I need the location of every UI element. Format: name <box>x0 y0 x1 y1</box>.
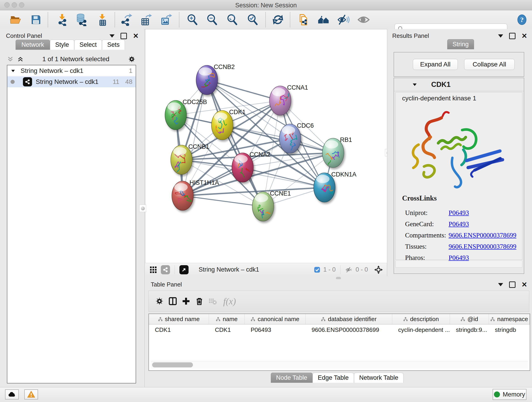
tab-node-table[interactable]: Node Table <box>271 373 312 383</box>
column-header[interactable]: database identifier <box>306 314 392 324</box>
column-header[interactable]: namespace <box>489 314 530 324</box>
table-cell[interactable]: stringdb:9... <box>450 326 489 333</box>
zoom-selected-icon <box>247 13 259 26</box>
table-cell[interactable]: cyclin-dependent ... <box>392 326 450 333</box>
cloud-status-button[interactable] <box>5 389 19 400</box>
tab-network[interactable]: Network <box>16 40 50 50</box>
export-image-button[interactable] <box>159 13 172 26</box>
left-splitter-handle[interactable] <box>139 205 146 212</box>
export-network-button[interactable] <box>120 13 133 26</box>
column-header[interactable]: @id <box>450 314 489 324</box>
panel-close-icon[interactable]: ✕ <box>521 33 527 38</box>
table-cell[interactable]: P06493 <box>245 326 306 333</box>
node-label: CCNB2 <box>214 64 235 70</box>
memory-button[interactable]: Memory <box>493 389 526 400</box>
panel-close-icon[interactable]: ✕ <box>521 282 527 287</box>
hide-selected-button[interactable] <box>337 13 350 26</box>
table-row[interactable]: CDK1CDK1P064939606.ENSP00000378699cyclin… <box>149 325 530 335</box>
save-session-button[interactable] <box>30 13 42 26</box>
zoom-fit-content-button[interactable] <box>226 13 239 26</box>
show-columns-button[interactable] <box>166 293 179 309</box>
collapse-all-button[interactable]: Collapse All <box>464 59 515 70</box>
expand-all-icon[interactable] <box>17 56 24 63</box>
zoom-selected-button[interactable] <box>246 13 259 26</box>
houses-button[interactable] <box>317 13 330 26</box>
expand-collapse-box: Expand All Collapse All <box>394 52 524 77</box>
tab-style[interactable]: Style <box>50 40 74 50</box>
table-cell[interactable]: stringdb <box>489 326 530 333</box>
documents-network-icon <box>297 13 309 26</box>
refresh-button[interactable] <box>272 13 284 26</box>
results-panel-tabs: String <box>447 39 474 49</box>
crosslink-tissues[interactable]: 9606.ENSP00000378699 <box>449 243 516 250</box>
results-panel-controls: ✕ <box>498 33 527 39</box>
column-header[interactable]: name <box>209 314 245 324</box>
table-horizontal-scrollbar[interactable] <box>151 361 528 369</box>
zoom-out-button[interactable] <box>206 13 219 26</box>
export-table-button[interactable] <box>139 13 152 26</box>
help-icon: ? <box>516 14 528 26</box>
crosslink-genecard[interactable]: P06493 <box>449 220 469 228</box>
collection-count: 1 <box>129 67 133 75</box>
crosslink-uniprot[interactable]: P06493 <box>449 209 469 216</box>
warnings-button[interactable] <box>24 389 38 400</box>
crosslink-label: GeneCard: <box>405 220 448 228</box>
crosslink-pharos[interactable]: P06493 <box>449 254 469 261</box>
tab-string[interactable]: String <box>447 39 474 49</box>
zoom-in-icon <box>186 13 199 26</box>
network-collection-row[interactable]: String Network – cdk1 1 <box>7 65 136 76</box>
navigate-crosshair-icon[interactable] <box>374 265 383 274</box>
tab-sets[interactable]: Sets <box>102 40 125 50</box>
table-cell[interactable]: CDK1 <box>149 326 209 333</box>
tab-network-table[interactable]: Network Table <box>354 373 404 383</box>
table-cell[interactable]: CDK1 <box>209 326 245 333</box>
panel-float-icon[interactable] <box>120 33 127 39</box>
expand-all-button[interactable]: Expand All <box>413 59 458 70</box>
create-column-button[interactable] <box>179 293 193 309</box>
save-floppy-icon <box>30 14 42 26</box>
plus-icon <box>181 297 191 306</box>
birds-eye-grid-icon[interactable] <box>149 266 157 274</box>
network-badge-icon[interactable] <box>161 265 170 274</box>
collapse-all-icon[interactable] <box>7 56 14 63</box>
network-row-selected[interactable]: String Network – cdk1 11 48 <box>7 76 136 87</box>
import-table-from-file-button[interactable] <box>96 13 109 26</box>
import-network-from-file-button[interactable] <box>56 13 69 26</box>
panel-close-icon[interactable]: ✕ <box>133 33 139 38</box>
network-canvas[interactable]: CCNB2 CCNA1 CDC25B CDK1 CDC6 <box>145 29 387 263</box>
entry-expanded-icon[interactable] <box>412 82 418 87</box>
panel-float-icon[interactable] <box>509 33 515 39</box>
open-file-button[interactable] <box>9 13 22 26</box>
network-graph[interactable]: CCNB2 CCNA1 CDC25B CDK1 CDC6 <box>146 29 387 262</box>
tab-select[interactable]: Select <box>74 40 102 50</box>
panel-menu-icon[interactable] <box>109 34 114 38</box>
panel-menu-icon[interactable] <box>498 34 503 38</box>
help-button[interactable]: ? <box>515 13 528 26</box>
panel-float-icon[interactable] <box>509 281 515 288</box>
table-settings-button[interactable] <box>153 293 166 309</box>
column-header[interactable]: shared name <box>149 314 209 324</box>
panel-menu-icon[interactable] <box>498 283 503 286</box>
tree-expanded-icon[interactable] <box>11 68 16 73</box>
show-all-button[interactable] <box>357 13 370 26</box>
gear-icon[interactable] <box>128 55 136 63</box>
tab-edge-table[interactable]: Edge Table <box>312 373 354 383</box>
function-builder-button[interactable]: f(x) <box>219 293 240 309</box>
import-network-from-database-button[interactable] <box>75 13 88 26</box>
entry-header[interactable]: CDK1 <box>394 78 524 91</box>
column-header[interactable]: canonical name <box>245 314 306 324</box>
column-header[interactable]: description <box>392 314 450 324</box>
network-view-toolbar: String Network – cdk1 1 - 0 0 - 0 <box>145 263 387 276</box>
network-from-selection-button[interactable] <box>297 13 310 26</box>
table-cell[interactable]: 9606.ENSP00000378699 <box>306 326 392 333</box>
crosslink-compartments[interactable]: 9606.ENSP00000378699 <box>449 231 516 239</box>
open-in-window-icon[interactable] <box>179 265 189 274</box>
delete-table-button[interactable] <box>206 293 219 309</box>
results-panel: Results Panel ✕ String Expand All Collap… <box>387 29 532 276</box>
zoom-in-button[interactable] <box>186 13 199 26</box>
scrollbar-thumb[interactable] <box>152 362 193 367</box>
fx-icon: f(x) <box>223 296 236 307</box>
selected-checkbox-icon[interactable] <box>314 266 321 273</box>
houses-icon <box>317 13 330 26</box>
delete-column-button[interactable] <box>193 293 206 309</box>
